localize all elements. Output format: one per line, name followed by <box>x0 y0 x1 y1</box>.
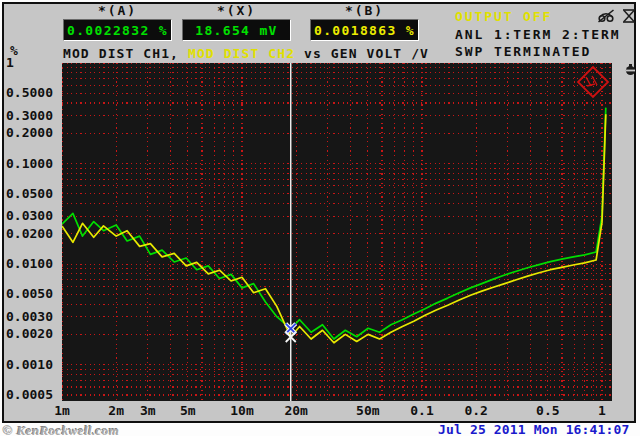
readout-b-value: 0.0018863 % <box>314 23 415 38</box>
watermark: © KenRockwell.com <box>3 423 119 436</box>
y-tick-label: 0.0200 <box>6 227 62 241</box>
x-tick-label: 1m <box>39 404 85 418</box>
plot-area <box>62 63 612 401</box>
analyzer-status: ANL 1:TERM 2:TERM <box>455 27 620 42</box>
x-tick-label: 1 <box>579 404 625 418</box>
y-tick-label: 0.0020 <box>6 327 62 341</box>
sweep-status: SWP TERMINATED <box>455 44 591 59</box>
trace-ch1-label: MOD DIST CH1, <box>63 46 188 61</box>
plot-background <box>62 63 612 401</box>
audio-monitor-off-icon <box>597 7 615 25</box>
x-tick-label: 20m <box>273 404 319 418</box>
y-tick-label: 0.0030 <box>6 310 62 324</box>
x-tick-label: 50m <box>345 404 391 418</box>
y-tick-label: 0.0005 <box>6 388 62 402</box>
x-tick-label: 10m <box>219 404 265 418</box>
vs-label: vs <box>295 46 331 61</box>
output-status: OUTPUT OFF <box>455 9 552 24</box>
x-tick-label: 0.1 <box>399 404 445 418</box>
x-tick-label: 5m <box>165 404 211 418</box>
y-tick-label: 0.2000 <box>6 126 62 140</box>
y-tick-label: 0.0100 <box>6 257 62 271</box>
readout-x-value: 18.654 mV <box>195 23 278 38</box>
y-tick-label: 0.0010 <box>6 358 62 372</box>
readout-a-label: *(A) <box>63 3 172 18</box>
analyzer-screen: *(A) *(X) *(B) 0.0022832 % 18.654 mV 0.0… <box>0 0 640 436</box>
trace-ch2-label: MOD DIST CH2 <box>188 46 295 61</box>
x-quantity-label: GEN VOLT /V <box>331 46 429 61</box>
y-tick-label: 0.0050 <box>6 287 62 301</box>
y-tick-label: 0.1000 <box>6 157 62 171</box>
x-tick-label: 0.5 <box>525 404 571 418</box>
trace-title-line: MOD DIST CH1, MOD DIST CH2 vs GEN VOLT /… <box>63 43 429 62</box>
display-off-icon <box>620 7 638 25</box>
y-tick-label: 0.0500 <box>6 187 62 201</box>
y-tick-label: 0.5000 <box>6 86 62 100</box>
y-tick-label: 0.3000 <box>6 109 62 123</box>
readout-b-label: *(B) <box>310 3 419 18</box>
readout-x-value-box: 18.654 mV <box>182 19 291 41</box>
readout-b-value-box: 0.0018863 % <box>310 19 419 41</box>
readout-a-value-box: 0.0022832 % <box>63 19 172 41</box>
y-tick-label: 1 <box>6 56 62 70</box>
x-tick-label: 0.2 <box>453 404 499 418</box>
date-time-stamp: Jul 25 2011 Mon 16:41:07 <box>438 422 629 436</box>
status-glyph-icon <box>624 63 637 76</box>
xy-graph <box>62 63 612 401</box>
readout-a-value: 0.0022832 % <box>67 23 168 38</box>
y-tick-label: 0.0300 <box>6 209 62 223</box>
readout-x-label: *(X) <box>182 3 291 18</box>
